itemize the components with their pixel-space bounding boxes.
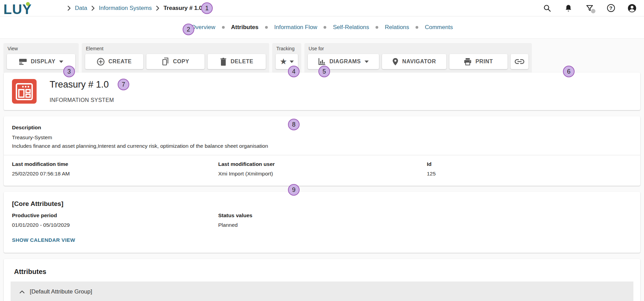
field-last-modification-user: Last modification user Xmi Import (XmiIm… <box>218 161 427 177</box>
attributes-heading: Attributes <box>14 268 640 276</box>
tab-information-flow[interactable]: Information Flow <box>274 24 317 31</box>
star-icon: ★ <box>280 57 287 66</box>
group-label-view: View <box>8 46 75 51</box>
description-card: Description Treasury-System Includes fin… <box>4 116 640 186</box>
luy-app: { "header": { "logo": "LUY", "breadcrumb… <box>0 0 644 301</box>
core-attributes-heading: [Core Attributes] <box>12 200 632 208</box>
chevron-up-icon <box>19 290 25 293</box>
plus-circle-icon <box>97 58 105 66</box>
filter-badge-dot <box>591 9 595 13</box>
field-label: Productive period <box>12 212 218 219</box>
diagrams-button-label: DIAGRAMS <box>329 58 361 65</box>
copy-button[interactable]: COPY <box>146 54 205 69</box>
copy-button-label: COPY <box>173 58 189 65</box>
help-icon[interactable]: ? <box>606 4 615 13</box>
description-line-1: Treasury-System <box>12 134 632 141</box>
field-label: Last modification time <box>12 161 218 167</box>
chevron-right-icon <box>156 6 159 11</box>
caret-down-icon <box>365 61 369 63</box>
toolbar-group-use-for: Use for DIAGRAMS NAVIGATOR PRINT <box>304 43 532 73</box>
default-attribute-group-header[interactable]: [Default Attribute Group] <box>11 282 633 301</box>
modification-fields-row: Last modification time 25/02/2020 07:56:… <box>4 155 640 177</box>
luy-logo[interactable]: LUY <box>3 2 32 17</box>
tab-attributes[interactable]: Attributes <box>231 24 259 31</box>
field-value: Xmi Import (XmiImport) <box>218 171 427 177</box>
print-button[interactable]: PRINT <box>449 54 508 69</box>
information-system-icon <box>12 79 37 104</box>
navigator-button[interactable]: NAVIGATOR <box>382 54 446 69</box>
annotation-marker-3: 3 <box>63 66 75 77</box>
create-button-label: CREATE <box>108 58 132 65</box>
app-header: LUY Data Information Systems Treasury # … <box>0 0 644 16</box>
create-button[interactable]: CREATE <box>85 54 143 69</box>
core-attributes-fields-row: Productive period 01/01/2020 - 05/10/202… <box>12 208 632 228</box>
tab-comments[interactable]: Comments <box>425 24 453 31</box>
bar-chart-icon <box>318 58 326 65</box>
group-label-element: Element <box>86 46 265 51</box>
trash-icon <box>220 58 227 66</box>
breadcrumb: Data Information Systems Treasury # 1.0 <box>67 5 202 12</box>
entity-header-card: Treasury # 1.0 INFORMATION SYSTEM <box>4 73 640 110</box>
tab-separator-dot <box>222 26 225 29</box>
annotation-marker-5: 5 <box>318 66 330 77</box>
field-value: 01/01/2020 - 05/10/2029 <box>12 222 218 228</box>
breadcrumb-current-item: Treasury # 1.0 <box>163 5 202 12</box>
print-button-label: PRINT <box>475 58 493 65</box>
delete-button-label: DELETE <box>231 58 253 65</box>
logo-green-dot <box>26 2 30 6</box>
show-calendar-view-link[interactable]: SHOW CALENDAR VIEW <box>12 237 75 243</box>
field-label: Id <box>427 161 632 167</box>
caret-down-icon <box>290 61 294 63</box>
core-attributes-card: [Core Attributes] Productive period 01/0… <box>4 192 640 253</box>
copy-icon <box>162 57 169 66</box>
attribute-group-title: [Default Attribute Group] <box>30 288 92 295</box>
breadcrumb-item-information-systems[interactable]: Information Systems <box>99 5 152 12</box>
copy-link-button[interactable] <box>511 54 528 69</box>
tab-self-relations[interactable]: Self-Relations <box>333 24 369 31</box>
link-icon <box>515 59 524 64</box>
toolbar-group-element: Element CREATE COPY DELETE <box>82 43 269 73</box>
entity-title: Treasury # 1.0 <box>50 79 114 90</box>
chevron-right-icon <box>67 6 71 11</box>
attributes-card: Attributes [Default Attribute Group] Sys… <box>4 259 640 301</box>
tab-overview[interactable]: Overview <box>191 24 215 31</box>
chevron-right-icon <box>91 6 95 11</box>
display-button-label: DISPLAY <box>31 58 55 65</box>
annotation-marker-2: 2 <box>183 24 194 35</box>
field-label: Last modification user <box>218 161 427 167</box>
description-line-2: Includes finance and asset planning,Inte… <box>12 142 632 150</box>
appbar-actions: ? <box>543 4 636 13</box>
tab-separator-dot <box>324 26 326 29</box>
detail-tabbar: Overview Attributes Information Flow Sel… <box>0 16 644 39</box>
caret-down-icon <box>59 61 63 63</box>
field-value: 125 <box>427 171 632 177</box>
breadcrumb-item-data[interactable]: Data <box>75 5 87 12</box>
annotation-marker-4: 4 <box>288 66 300 77</box>
group-label-use-for: Use for <box>308 46 528 51</box>
help-glyph: ? <box>607 4 615 12</box>
entity-heading-block: Treasury # 1.0 INFORMATION SYSTEM <box>50 79 114 103</box>
notifications-bell-icon[interactable] <box>564 4 573 13</box>
tab-separator-dot <box>376 26 378 29</box>
entity-type-label: INFORMATION SYSTEM <box>50 97 114 103</box>
display-icon <box>19 58 27 65</box>
annotation-marker-8: 8 <box>288 119 300 130</box>
annotation-marker-7: 7 <box>118 79 129 90</box>
field-productive-period: Productive period 01/01/2020 - 05/10/202… <box>12 212 218 228</box>
filter-icon[interactable] <box>585 4 594 13</box>
annotation-marker-1: 1 <box>201 2 213 14</box>
search-icon[interactable] <box>543 4 552 13</box>
navigator-button-label: NAVIGATOR <box>402 58 436 65</box>
tab-separator-dot <box>265 26 268 29</box>
annotation-marker-9: 9 <box>288 184 300 196</box>
delete-button[interactable]: DELETE <box>208 54 266 69</box>
tab-separator-dot <box>416 26 418 29</box>
diagrams-button[interactable]: DIAGRAMS <box>308 54 379 69</box>
field-id: Id 125 <box>427 161 632 177</box>
field-value: Planned <box>218 222 632 228</box>
tab-relations[interactable]: Relations <box>385 24 409 31</box>
field-last-modification-time: Last modification time 25/02/2020 07:56:… <box>12 161 218 177</box>
annotation-marker-6: 6 <box>563 66 575 77</box>
description-heading: Description <box>12 125 632 131</box>
account-icon[interactable] <box>628 4 636 13</box>
